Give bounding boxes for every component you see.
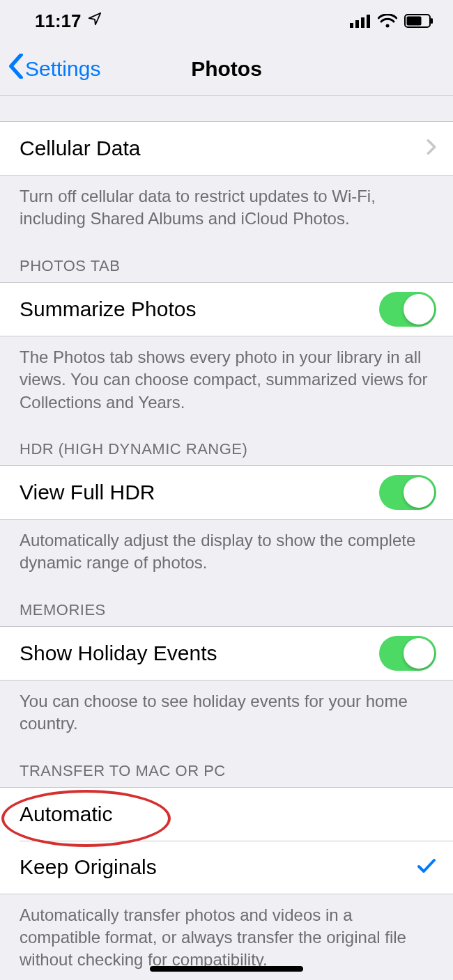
chevron-right-icon — [427, 139, 436, 158]
photos-tab-group: Summarize Photos — [0, 282, 453, 336]
screen: 11:17 — [0, 0, 453, 980]
checkmark-icon — [417, 855, 436, 879]
cellular-data-label: Cellular Data — [20, 137, 140, 160]
transfer-group: Automatic Keep Originals — [0, 787, 453, 894]
svg-rect-3 — [367, 15, 370, 28]
svg-rect-1 — [355, 20, 359, 28]
back-label: Settings — [25, 57, 100, 81]
status-right — [350, 14, 433, 28]
cellular-signal-icon — [350, 14, 371, 28]
keep-originals-row[interactable]: Keep Originals — [0, 841, 453, 894]
svg-rect-0 — [350, 23, 353, 28]
memories-footer: You can choose to see holiday events for… — [0, 680, 453, 736]
photos-tab-footer: The Photos tab shows every photo in your… — [0, 336, 453, 414]
automatic-row[interactable]: Automatic — [0, 788, 453, 841]
chevron-left-icon — [8, 54, 24, 84]
svg-point-4 — [386, 24, 390, 28]
cellular-data-row[interactable]: Cellular Data — [0, 122, 453, 175]
summarize-photos-row[interactable]: Summarize Photos — [0, 283, 453, 336]
view-full-hdr-toggle[interactable] — [379, 475, 436, 510]
hdr-footer: Automatically adjust the display to show… — [0, 520, 453, 575]
summarize-photos-toggle[interactable] — [379, 292, 436, 327]
svg-rect-7 — [431, 18, 433, 24]
battery-icon — [404, 14, 433, 28]
status-left: 11:17 — [35, 10, 102, 32]
transfer-header: TRANSFER TO MAC OR PC — [0, 736, 453, 787]
nav-bar: Settings Photos — [0, 42, 453, 96]
show-holiday-events-toggle[interactable] — [379, 636, 436, 671]
show-holiday-events-row[interactable]: Show Holiday Events — [0, 627, 453, 680]
memories-group: Show Holiday Events — [0, 626, 453, 680]
summarize-photos-label: Summarize Photos — [20, 297, 196, 321]
svg-rect-6 — [407, 17, 422, 26]
memories-header: MEMORIES — [0, 575, 453, 626]
wifi-icon — [378, 14, 397, 28]
photos-tab-header: PHOTOS TAB — [0, 231, 453, 282]
hdr-group: View Full HDR — [0, 465, 453, 520]
transfer-footer: Automatically transfer photos and videos… — [0, 894, 453, 972]
view-full-hdr-label: View Full HDR — [20, 481, 155, 504]
status-bar: 11:17 — [0, 0, 453, 42]
show-holiday-events-label: Show Holiday Events — [20, 641, 217, 665]
svg-rect-2 — [361, 17, 364, 28]
home-indicator — [150, 966, 303, 972]
keep-originals-label: Keep Originals — [20, 855, 157, 879]
hdr-header: HDR (HIGH DYNAMIC RANGE) — [0, 414, 453, 465]
cellular-footer: Turn off cellular data to restrict updat… — [0, 176, 453, 231]
view-full-hdr-row[interactable]: View Full HDR — [0, 466, 453, 519]
status-time: 11:17 — [35, 10, 82, 32]
cellular-data-group: Cellular Data — [0, 121, 453, 176]
location-icon — [87, 11, 102, 31]
automatic-label: Automatic — [20, 802, 112, 826]
back-button[interactable]: Settings — [8, 54, 100, 84]
